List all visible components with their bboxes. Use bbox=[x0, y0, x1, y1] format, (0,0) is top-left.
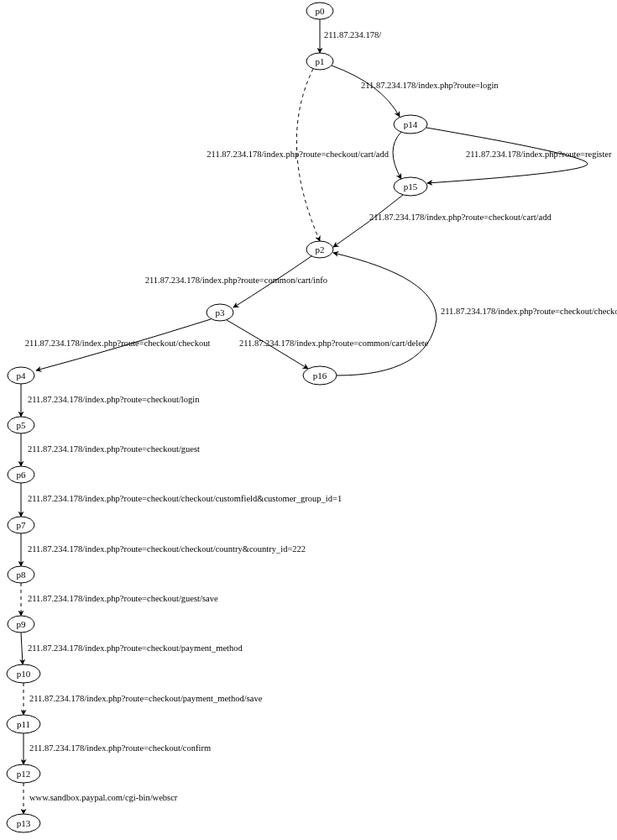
edge-label: 211.87.234.178/index.php?route=checkout/… bbox=[28, 395, 200, 404]
node-label: p13 bbox=[17, 818, 31, 828]
edge-e18: www.sandbox.paypal.com/cgi-bin/webscr bbox=[24, 783, 178, 814]
edge-e15: 211.87.234.178/index.php?route=checkout/… bbox=[21, 633, 243, 664]
node-label: p11 bbox=[17, 719, 30, 729]
edge-label: 211.87.234.178/index.php?route=checkout/… bbox=[28, 594, 218, 603]
node-label: p5 bbox=[17, 420, 27, 430]
edge-e4: 211.87.234.178/index.php?route=checkout/… bbox=[333, 195, 552, 247]
edge-e11: 211.87.234.178/index.php?route=checkout/… bbox=[21, 433, 200, 466]
edges-layer: 211.87.234.178/211.87.234.178/index.php?… bbox=[21, 19, 617, 814]
node-p0: p0 bbox=[306, 3, 333, 19]
node-label: p15 bbox=[404, 181, 418, 192]
edge-e3: 211.87.234.178/index.php?route=checkout/… bbox=[207, 132, 401, 179]
node-p14: p14 bbox=[394, 115, 427, 134]
nodes-layer: p0p1p14p15p2p3p16p4p5p6p7p8p9p10p11p12p1… bbox=[7, 3, 427, 832]
node-p16: p16 bbox=[303, 366, 337, 385]
edge-e10: 211.87.234.178/index.php?route=checkout/… bbox=[21, 384, 200, 417]
node-label: p7 bbox=[17, 520, 27, 530]
edge-label: 211.87.234.178/index.php?route=checkout/… bbox=[207, 150, 389, 159]
edge-label: 211.87.234.178/index.php?route=common/ca… bbox=[239, 339, 429, 348]
node-p12: p12 bbox=[7, 764, 40, 783]
edge-e2: 211.87.234.178/index.php?route=register bbox=[426, 128, 612, 183]
node-p1: p1 bbox=[306, 53, 333, 70]
edge-path bbox=[393, 132, 401, 179]
edge-e13: 211.87.234.178/index.php?route=checkout/… bbox=[21, 533, 306, 566]
edge-e9: 211.87.234.178/index.php?route=checkout/… bbox=[333, 253, 617, 375]
state-graph: 211.87.234.178/211.87.234.178/index.php?… bbox=[0, 0, 617, 840]
node-label: p0 bbox=[316, 6, 326, 16]
edge-label: 211.87.234.178/index.php?route=checkout/… bbox=[29, 743, 211, 753]
node-label: p16 bbox=[313, 370, 327, 381]
node-p15: p15 bbox=[394, 177, 427, 196]
node-p2: p2 bbox=[306, 241, 333, 258]
edge-e6: 211.87.234.178/index.php?route=common/ca… bbox=[145, 256, 327, 307]
node-label: p14 bbox=[404, 119, 418, 129]
edge-path bbox=[332, 66, 400, 117]
edge-e0: 211.87.234.178/ bbox=[320, 19, 381, 53]
node-p7: p7 bbox=[8, 517, 34, 533]
node-p6: p6 bbox=[8, 466, 34, 483]
node-p11: p11 bbox=[7, 715, 40, 733]
edge-path bbox=[333, 253, 437, 375]
edge-e1: 211.87.234.178/index.php?route=login bbox=[332, 66, 499, 117]
edge-label: 211.87.234.178/index.php?route=checkout/… bbox=[369, 213, 552, 222]
edge-label: 211.87.234.178/index.php?route=checkout/… bbox=[441, 307, 617, 316]
edge-label: 211.87.234.178/index.php?route=login bbox=[361, 81, 499, 90]
edge-label: 211.87.234.178/index.php?route=checkout/… bbox=[25, 339, 211, 348]
node-p13: p13 bbox=[7, 814, 40, 832]
edge-e8: 211.87.234.178/index.php?route=common/ca… bbox=[227, 320, 429, 369]
node-label: p10 bbox=[17, 669, 31, 679]
edge-label: 211.87.234.178/index.php?route=checkout/… bbox=[28, 643, 243, 653]
edge-label: 211.87.234.178/index.php?route=common/ca… bbox=[145, 276, 327, 285]
node-label: p3 bbox=[216, 307, 226, 318]
edge-e12: 211.87.234.178/index.php?route=checkout/… bbox=[21, 483, 342, 517]
node-p9: p9 bbox=[8, 616, 34, 633]
edge-label: 211.87.234.178/index.php?route=checkout/… bbox=[29, 694, 263, 703]
edge-label: 211.87.234.178/ bbox=[324, 30, 381, 39]
edge-label: 211.87.234.178/index.php?route=checkout/… bbox=[28, 444, 200, 454]
node-p3: p3 bbox=[207, 304, 233, 321]
node-p5: p5 bbox=[8, 417, 34, 433]
node-label: p1 bbox=[316, 56, 325, 66]
node-p8: p8 bbox=[8, 566, 34, 583]
edge-e14: 211.87.234.178/index.php?route=checkout/… bbox=[21, 583, 218, 616]
edge-path bbox=[21, 633, 23, 664]
edge-label: www.sandbox.paypal.com/cgi-bin/webscr bbox=[29, 793, 178, 802]
edge-e16: 211.87.234.178/index.php?route=checkout/… bbox=[24, 683, 263, 715]
edge-label: 211.87.234.178/index.php?route=checkout/… bbox=[28, 494, 342, 503]
node-label: p9 bbox=[17, 619, 27, 629]
node-label: p12 bbox=[17, 769, 31, 779]
node-label: p4 bbox=[17, 370, 27, 381]
node-label: p2 bbox=[316, 244, 325, 255]
node-p10: p10 bbox=[7, 664, 40, 683]
edge-e7: 211.87.234.178/index.php?route=checkout/… bbox=[25, 319, 211, 370]
edge-label: 211.87.234.178/index.php?route=register bbox=[466, 150, 612, 159]
node-p4: p4 bbox=[8, 367, 34, 384]
edge-label: 211.87.234.178/index.php?route=checkout/… bbox=[28, 544, 306, 554]
node-label: p6 bbox=[17, 470, 27, 480]
edge-e17: 211.87.234.178/index.php?route=checkout/… bbox=[24, 733, 211, 764]
node-label: p8 bbox=[17, 570, 27, 580]
